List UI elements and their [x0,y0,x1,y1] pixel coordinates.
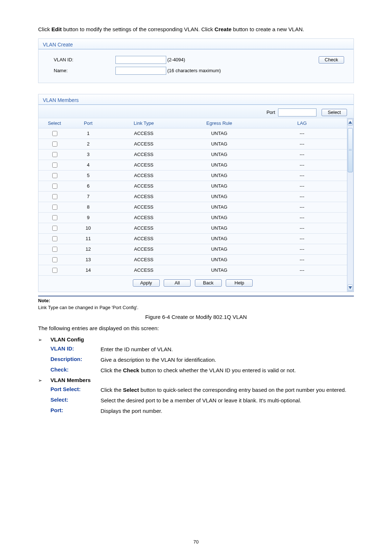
vlan-id-input[interactable] [115,56,166,64]
vlan-name-input[interactable] [115,67,166,75]
note-label: Note: [38,298,354,303]
definition-desc-bold: Select [123,387,139,393]
scroll-up-button[interactable] [348,119,353,126]
definition-desc-text: Give a description to the VLAN for ident… [101,357,216,363]
table-row: 13ACCESSUNTAG--- [38,254,347,265]
cell-port: 8 [70,202,106,212]
col-select: Select [38,118,70,128]
cell-lag: --- [257,223,347,233]
back-button[interactable]: Back [195,279,222,287]
scroll-track[interactable] [347,126,353,284]
definition-term: Select: [50,397,101,403]
cell-link-type: ACCESS [106,202,181,212]
cell-lag: --- [257,160,347,170]
cell-lag: --- [257,170,347,181]
svg-marker-0 [348,121,352,124]
chevron-up-icon [348,121,352,124]
row-checkbox[interactable] [52,131,57,136]
row-checkbox[interactable] [52,247,57,252]
cell-link-type: ACCESS [106,128,181,139]
select-button[interactable]: Select [322,109,347,116]
row-checkbox[interactable] [52,215,57,220]
cell-lag: --- [257,128,347,139]
cell-lag: --- [257,254,347,265]
row-checkbox[interactable] [52,268,57,273]
cell-link-type: ACCESS [106,223,181,233]
table-row: 11ACCESSUNTAG--- [38,233,347,244]
definition-desc-text: Displays the port number. [101,408,162,414]
row-checkbox[interactable] [52,226,57,231]
table-row: 10ACCESSUNTAG--- [38,223,347,233]
definition-desc-text: Enter the ID number of VLAN. [101,346,173,352]
table-row: 6ACCESSUNTAG--- [38,181,347,191]
definition-desc: Click the Check button to check whether … [101,366,354,374]
scroll-thumb[interactable] [348,128,353,172]
vlan-members-title: VLAN Members [38,94,354,104]
cell-egress-rule: UNTAG [181,160,257,170]
cell-egress-rule: UNTAG [181,128,257,139]
apply-button[interactable]: Apply [133,279,160,287]
vlan-id-row: VLAN ID: (2-4094) Check [45,56,347,64]
definition-term: VLAN ID: [50,345,101,352]
help-button[interactable]: Help [226,279,253,287]
vlan-id-hint: (2-4094) [164,57,319,62]
definition-desc-bold: Check [123,367,139,373]
cell-egress-rule: UNTAG [181,233,257,244]
row-checkbox[interactable] [52,236,57,241]
cell-link-type: ACCESS [106,191,181,202]
col-link-type: Link Type [106,118,181,128]
vlan-name-label: Name: [45,68,115,73]
definition-term: Port: [50,407,101,413]
vlan-create-title: VLAN Create [38,39,354,49]
definition-row: Port:Displays the port number. [38,407,354,415]
cell-link-type: ACCESS [106,265,181,275]
definition-desc: Give a description to the VLAN for ident… [101,356,354,364]
figure-caption: Figure 6-4 Create or Modify 802.1Q VLAN [38,314,354,320]
row-checkbox[interactable] [52,141,57,147]
cell-port: 11 [70,233,106,244]
scroll-down-button[interactable] [348,284,353,291]
definition-desc: Select the desired port to be a member o… [101,397,354,404]
vlan-id-label: VLAN ID: [45,57,115,62]
cell-port: 12 [70,244,106,254]
cell-lag: --- [257,244,347,254]
definition-desc-text: button to quick-select the corresponding… [139,387,346,393]
cell-link-type: ACCESS [106,160,181,170]
action-row: Apply All Back Help [38,276,347,292]
table-row: 14ACCESSUNTAG--- [38,265,347,275]
row-checkbox[interactable] [52,205,57,210]
vlan-members-table: Select Port Link Type Egress Rule LAG 1A… [38,118,347,276]
vlan-name-row: Name: (16 characters maximum) [45,67,347,75]
definition-row: Description:Give a description to the VL… [38,356,354,364]
row-checkbox[interactable] [52,184,57,189]
col-lag: LAG [257,118,347,128]
port-select-row: Port Select [38,105,354,118]
cell-port: 4 [70,160,106,170]
table-row: 5ACCESSUNTAG--- [38,170,347,181]
row-checkbox[interactable] [52,173,57,178]
table-row: 8ACCESSUNTAG--- [38,202,347,212]
cell-port: 3 [70,149,106,160]
row-checkbox[interactable] [52,194,57,199]
scrollbar[interactable] [347,118,354,292]
definition-row: Select:Select the desired port to be a m… [38,397,354,404]
row-checkbox[interactable] [52,163,57,168]
all-button[interactable]: All [164,279,191,287]
check-button[interactable]: Check [319,56,344,63]
cell-link-type: ACCESS [106,181,181,191]
cell-port: 5 [70,170,106,181]
cell-lag: --- [257,149,347,160]
table-row: 3ACCESSUNTAG--- [38,149,347,160]
row-checkbox[interactable] [52,152,57,157]
cell-port: 9 [70,212,106,223]
row-checkbox[interactable] [52,257,57,262]
section-title: VLAN Config [50,336,84,342]
intro-text: button to modify the settings of the cor… [62,26,215,32]
page-number: 70 [0,539,392,545]
cell-link-type: ACCESS [106,244,181,254]
intro-text: button to create a new VLAN. [232,26,304,32]
cell-lag: --- [257,265,347,275]
table-row: 9ACCESSUNTAG--- [38,212,347,223]
port-label: Port [266,110,275,115]
port-quick-select-input[interactable] [278,108,317,116]
